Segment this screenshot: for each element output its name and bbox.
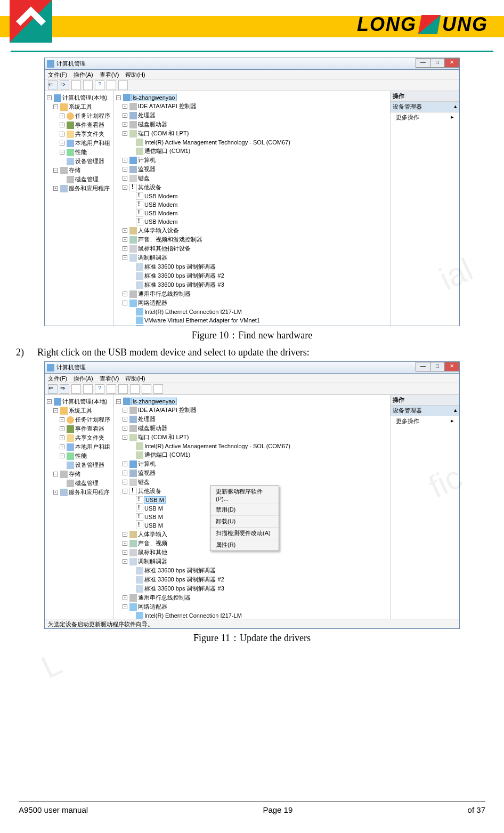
expand-icon[interactable]: + (123, 426, 127, 431)
tree-item[interactable]: +计算机 (116, 459, 388, 468)
tree-item[interactable]: −计算机管理(本地) (47, 93, 111, 102)
tree-item[interactable]: +处理器 (116, 415, 388, 424)
tree-item[interactable]: −端口 (COM 和 LPT) (116, 129, 388, 138)
expand-icon[interactable]: + (123, 595, 127, 600)
expand-icon[interactable]: + (60, 426, 64, 431)
tree-item[interactable]: Intel(R) Active Management Technology - … (116, 138, 388, 147)
expand-icon[interactable]: + (123, 480, 127, 484)
expand-icon[interactable]: + (60, 435, 64, 440)
expand-icon[interactable]: − (123, 131, 127, 136)
tree-item[interactable]: +事件查看器 (47, 120, 111, 130)
toolbar-button[interactable] (107, 384, 116, 394)
actions-sub[interactable]: 设备管理器▴ (391, 406, 459, 416)
forward-button[interactable]: ⇒ (60, 384, 69, 394)
tree-item[interactable]: −网络适配器 (116, 602, 388, 611)
toolbar-button[interactable] (71, 384, 81, 394)
menu-view[interactable]: 查看(V) (100, 71, 119, 78)
expand-icon[interactable]: + (123, 237, 127, 242)
tree-item[interactable]: 通信端口 (COM1) (116, 147, 388, 156)
toolbar-button[interactable] (83, 80, 93, 90)
toolbar-button[interactable] (83, 384, 93, 394)
toolbar-button[interactable] (142, 384, 151, 394)
tree-item[interactable]: +IDE ATA/ATAPI 控制器 (116, 102, 388, 111)
tree-item[interactable]: 标准 33600 bps 调制解调器 #3 (116, 584, 388, 593)
forward-button[interactable]: ⇒ (60, 80, 69, 90)
minimize-button[interactable]: — (416, 362, 430, 371)
expand-icon[interactable]: + (123, 541, 127, 546)
tree-item[interactable]: +监视器 (116, 468, 388, 478)
tree-item[interactable]: +处理器 (116, 111, 388, 120)
menu-help[interactable]: 帮助(H) (125, 71, 145, 78)
tree-item[interactable]: USB Modem (116, 200, 388, 209)
menu-view[interactable]: 查看(V) (100, 375, 119, 382)
expand-icon[interactable]: + (53, 490, 58, 495)
expand-icon[interactable]: − (53, 408, 58, 413)
tree-item[interactable]: 设备管理器 (47, 460, 111, 470)
tree-item[interactable]: −ls-zhangwenyao (116, 397, 388, 406)
tree-item[interactable]: +人体学输入设备 (116, 226, 388, 235)
expand-icon[interactable]: − (53, 104, 58, 109)
expand-icon[interactable]: + (123, 246, 127, 251)
tree-item[interactable]: +磁盘驱动器 (116, 424, 388, 433)
expand-icon[interactable]: − (116, 95, 121, 100)
tree-item[interactable]: +本地用户和组 (47, 442, 111, 451)
expand-icon[interactable]: + (60, 150, 64, 155)
expand-icon[interactable]: + (123, 532, 127, 537)
toolbar-button[interactable] (107, 80, 116, 90)
back-button[interactable]: ⇐ (48, 384, 58, 394)
tree-item[interactable]: +服务和应用程序 (47, 184, 111, 193)
tree-item[interactable]: +任务计划程序 (47, 111, 111, 120)
expand-icon[interactable]: − (53, 472, 58, 476)
tree-item[interactable]: 标准 33600 bps 调制解调器 #2 (116, 575, 388, 584)
expand-icon[interactable]: − (123, 435, 127, 440)
tree-item[interactable]: +性能 (47, 148, 111, 157)
toolbar-button[interactable] (71, 80, 81, 90)
tree-item[interactable]: USB Modem (116, 217, 388, 226)
expand-icon[interactable]: + (123, 417, 127, 422)
tree-item[interactable]: −系统工具 (47, 406, 111, 415)
menu-action[interactable]: 操作(A) (74, 71, 93, 78)
titlebar[interactable]: 计算机管理 — □ ✕ (45, 58, 459, 70)
expand-icon[interactable]: + (60, 417, 64, 422)
help-icon[interactable]: ? (95, 80, 104, 90)
expand-icon[interactable]: − (123, 301, 127, 305)
tree-item[interactable]: +事件查看器 (47, 424, 111, 433)
expand-icon[interactable]: + (60, 123, 64, 127)
expand-icon[interactable]: + (123, 176, 127, 181)
expand-icon[interactable]: − (53, 168, 58, 173)
expand-icon[interactable]: − (123, 489, 127, 494)
context-menu-item[interactable]: 更新驱动程序软件(P)... (210, 486, 279, 504)
tree-item[interactable]: −系统工具 (47, 102, 111, 111)
titlebar[interactable]: 计算机管理 — □ ✕ (45, 362, 459, 374)
tree-item[interactable]: +本地用户和组 (47, 139, 111, 148)
tree-item[interactable]: +共享文件夹 (47, 130, 111, 139)
tree-item[interactable]: 设备管理器 (47, 157, 111, 166)
tree-item[interactable]: +监视器 (116, 165, 388, 174)
tree-item[interactable]: −ls-zhangwenyao (116, 93, 388, 102)
tree-item[interactable]: −端口 (COM 和 LPT) (116, 433, 388, 442)
expand-icon[interactable]: − (123, 185, 127, 190)
expand-icon[interactable]: + (123, 292, 127, 296)
close-button[interactable]: ✕ (444, 362, 459, 371)
back-button[interactable]: ⇐ (48, 80, 58, 90)
toolbar-button[interactable] (118, 384, 128, 394)
tree-item[interactable]: +磁盘驱动器 (116, 120, 388, 129)
expand-icon[interactable]: − (123, 559, 127, 564)
toolbar-button[interactable] (153, 384, 163, 394)
tree-item[interactable]: 标准 33600 bps 调制解调器 #3 (116, 280, 388, 289)
tree-item[interactable]: −存储 (47, 470, 111, 479)
tree-item[interactable]: +键盘 (116, 174, 388, 183)
expand-icon[interactable]: + (123, 158, 127, 163)
tree-item[interactable]: +通用串行总线控制器 (116, 593, 388, 602)
tree-item[interactable]: USB Modem (116, 192, 388, 200)
expand-icon[interactable]: + (53, 186, 58, 191)
expand-icon[interactable]: + (123, 471, 127, 475)
expand-icon[interactable]: + (123, 228, 127, 233)
tree-item[interactable]: +鼠标和其他指针设备 (116, 244, 388, 253)
tree-item[interactable]: −网络适配器 (116, 298, 388, 308)
expand-icon[interactable]: + (60, 444, 64, 449)
toolbar-button[interactable] (118, 80, 128, 90)
tree-item[interactable]: −调制解调器 (116, 253, 388, 262)
tree-item[interactable]: +声音、视频和游戏控制器 (116, 235, 388, 244)
actions-sub[interactable]: 设备管理器▴ (391, 102, 459, 112)
